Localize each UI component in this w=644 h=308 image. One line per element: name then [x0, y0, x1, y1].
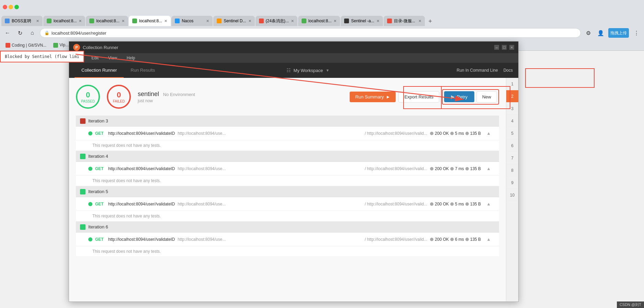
- menu-edit[interactable]: Edit: [89, 54, 101, 62]
- menu-view[interactable]: View: [106, 54, 119, 62]
- response-status-4: 200 OK 7 ms 135 B: [430, 166, 481, 171]
- retry-button[interactable]: ▶ Retry: [444, 91, 474, 102]
- tab-localhost2[interactable]: localhost:8... ✕: [86, 16, 128, 26]
- sidebar-num-6[interactable]: 6: [506, 140, 518, 152]
- home-button[interactable]: ⌂: [27, 28, 37, 38]
- run-summary-button[interactable]: Run Summary ►: [350, 92, 396, 102]
- run-in-command-line-btn[interactable]: Run In Command Line: [454, 67, 501, 74]
- run-summary-arrow-icon: ►: [386, 94, 391, 99]
- back-button[interactable]: ←: [3, 28, 12, 38]
- sidebar-num-4[interactable]: 4: [506, 115, 518, 127]
- sidebar-num-2[interactable]: 2: [506, 90, 518, 103]
- iteration-5-toggle-icon[interactable]: [80, 189, 86, 194]
- sidebar-num-7[interactable]: 7: [506, 152, 518, 164]
- iteration-4-toggle-icon[interactable]: [80, 154, 86, 159]
- response-size-dot-3: [465, 132, 469, 135]
- tab-close-sentinel-a[interactable]: ✕: [376, 19, 380, 23]
- expand-btn-5[interactable]: ▲: [486, 201, 491, 206]
- sentinel-banner: Blocked by Sentinel (flow limi: [0, 51, 84, 62]
- sidebar-num-5[interactable]: 5: [506, 127, 518, 140]
- upload-button[interactable]: 拖拽上传: [608, 28, 629, 38]
- failed-count: 0: [117, 91, 121, 99]
- new-tab-button[interactable]: +: [426, 16, 435, 26]
- bookmark-label-coding: Coding | Git/SVN...: [12, 43, 46, 48]
- right-sidebar: 1 2 3 4 5 6 7 8 9 10: [506, 78, 518, 301]
- extensions-button[interactable]: ⚙: [584, 28, 593, 38]
- response-dot-5: [430, 202, 433, 206]
- main-area: 0 PASSED 0 FAILED sentinel No Environmen…: [69, 78, 506, 301]
- postman-minimize-btn[interactable]: –: [494, 45, 499, 50]
- tab-label-directory: 目录-微服...: [394, 18, 416, 24]
- tab-collection-runner[interactable]: Collection Runner: [75, 63, 124, 78]
- request-status-dot-3: [88, 131, 92, 135]
- tab-directory[interactable]: 目录-微服... ✕: [384, 16, 425, 26]
- tab-sentinel-d[interactable]: Sentinel D... ✕: [213, 16, 255, 26]
- new-button[interactable]: New: [476, 91, 497, 103]
- tab-close-24msgs[interactable]: ✕: [291, 19, 294, 23]
- response-code-4: 200 OK: [435, 166, 449, 171]
- request-url-path-5: / http://localhost:8094/user//valid...: [365, 202, 427, 206]
- request-method-6: GET: [95, 237, 105, 242]
- tab-close-sentinel-d[interactable]: ✕: [248, 19, 251, 23]
- expand-btn-4[interactable]: ▲: [486, 166, 491, 171]
- tab-close-localhost2[interactable]: ✕: [122, 19, 125, 23]
- workspace-chevron-icon: ▼: [326, 68, 329, 72]
- tab-label-nacos: Nacos: [182, 19, 204, 23]
- postman-menubar: File Edit View Help: [69, 53, 518, 63]
- profile-button[interactable]: 👤: [596, 28, 606, 38]
- sidebar-num-9[interactable]: 9: [506, 177, 518, 189]
- response-size-dot-6: [465, 238, 469, 241]
- response-size-3: 135 B: [470, 131, 481, 136]
- minimize-window-btn[interactable]: [9, 5, 13, 9]
- tab-boss[interactable]: BOSS直聘 ✕: [1, 16, 43, 26]
- tab-run-results[interactable]: Run Results: [124, 63, 162, 78]
- iteration-3-request-row[interactable]: GET http://localhost:8094/user//validate…: [76, 127, 499, 140]
- tab-close-boss[interactable]: ✕: [36, 19, 39, 23]
- docs-btn[interactable]: Docs: [504, 68, 513, 73]
- tab-close-localhost3[interactable]: ✕: [164, 19, 167, 23]
- sidebar-num-8[interactable]: 8: [506, 164, 518, 177]
- tab-24msgs[interactable]: (24条消息)... ✕: [256, 16, 297, 26]
- request-url-4: http://localhost:8094/user//validateID: [108, 166, 175, 171]
- tab-close-localhost4[interactable]: ✕: [334, 19, 337, 23]
- run-info: sentinel No Environment just now: [138, 91, 343, 103]
- expand-btn-3[interactable]: ▲: [486, 131, 491, 136]
- iteration-5-request-row[interactable]: GET http://localhost:8094/user//validate…: [76, 197, 499, 211]
- response-time-3: 5 ms: [455, 131, 464, 136]
- sidebar-num-3[interactable]: 3: [506, 103, 518, 115]
- tab-localhost1[interactable]: localhost:8... ✕: [43, 16, 85, 26]
- postman-close-btn[interactable]: ×: [509, 45, 514, 50]
- tab-close-nacos[interactable]: ✕: [206, 19, 209, 23]
- sidebar-num-1[interactable]: 1: [506, 78, 518, 90]
- tab-label-localhost1: localhost:8...: [54, 19, 77, 23]
- iteration-6-toggle-icon[interactable]: [80, 224, 86, 230]
- passed-circle: 0 PASSED: [76, 85, 100, 109]
- tab-nacos[interactable]: Nacos ✕: [171, 16, 213, 26]
- tab-close-directory[interactable]: ✕: [418, 19, 421, 23]
- response-code-3: 200 OK: [435, 131, 449, 136]
- tab-label-24msgs: (24条消息)...: [266, 18, 289, 24]
- postman-window-title: Collection Runner: [83, 45, 492, 50]
- request-url-secondary-3: http://localhost:8094/use...: [178, 131, 362, 136]
- address-bar[interactable]: 🔒 localhost:8094/user/register: [40, 28, 581, 38]
- bookmark-coding[interactable]: Coding | Git/SVN...: [3, 42, 49, 48]
- export-results-button[interactable]: Export Results: [398, 91, 439, 103]
- response-status-6: 200 OK 6 ms 135 B: [430, 237, 481, 242]
- tab-sentinel-a[interactable]: Sentinel -a... ✕: [341, 16, 383, 26]
- close-window-btn[interactable]: [3, 5, 7, 9]
- postman-restore-btn[interactable]: □: [502, 45, 507, 50]
- maximize-window-btn[interactable]: [14, 5, 19, 9]
- iteration-4-request-row[interactable]: GET http://localhost:8094/user//validate…: [76, 162, 499, 176]
- lock-icon: 🔒: [44, 31, 49, 35]
- expand-btn-6[interactable]: ▲: [486, 237, 491, 242]
- iteration-6-request-row[interactable]: GET http://localhost:8094/user//validate…: [76, 233, 499, 246]
- tab-localhost3[interactable]: localhost:8... ✕: [129, 16, 171, 26]
- menu-help[interactable]: Help: [125, 54, 137, 62]
- iteration-3-toggle-icon[interactable]: [80, 118, 86, 124]
- tab-close-localhost1[interactable]: ✕: [79, 19, 82, 23]
- sidebar-num-10[interactable]: 10: [506, 189, 518, 201]
- tab-localhost4[interactable]: localhost:8... ✕: [298, 16, 340, 26]
- refresh-button[interactable]: ↻: [15, 28, 25, 38]
- postman-main-content: 0 PASSED 0 FAILED sentinel No Environmen…: [69, 78, 518, 301]
- menu-button[interactable]: ⋮: [632, 28, 641, 38]
